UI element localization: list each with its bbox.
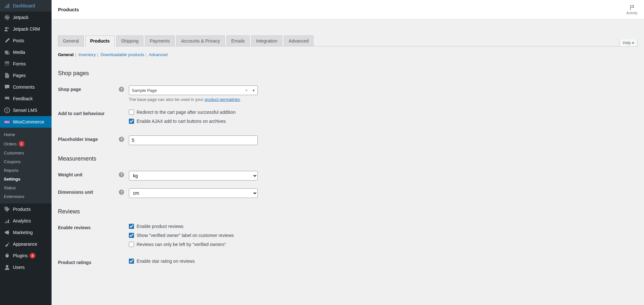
page-title: Products xyxy=(58,7,79,12)
label-weight: Weight unit xyxy=(58,172,82,177)
sidebar-item-label: Pages xyxy=(13,73,26,78)
help-icon[interactable]: ? xyxy=(119,137,124,142)
submenu-customers[interactable]: Customers xyxy=(0,149,52,157)
sidebar-item-sensei[interactable]: SSensei LMS xyxy=(0,104,52,116)
svg-text:S: S xyxy=(6,109,8,112)
sidebar-item-comments[interactable]: Comments xyxy=(0,81,52,93)
sidebar-item-label: Users xyxy=(13,265,25,270)
svg-rect-5 xyxy=(5,65,9,66)
sidebar-item-feedback[interactable]: Feedback xyxy=(0,93,52,104)
tab-products[interactable]: Products xyxy=(85,35,115,46)
admin-sidebar: Dashboard Jetpack Jetpack CRM Posts Medi… xyxy=(0,0,52,305)
checkbox-label: Enable AJAX add to cart buttons on archi… xyxy=(137,119,226,124)
woocommerce-icon: Woo xyxy=(4,119,10,125)
orders-badge: 1 xyxy=(19,141,24,147)
tab-general[interactable]: General xyxy=(58,35,84,46)
star-rating-checkbox[interactable] xyxy=(129,259,134,264)
tab-shipping[interactable]: Shipping xyxy=(116,35,144,46)
main-content: Products Activity Help▾ General Products… xyxy=(52,0,644,305)
verified-owner-checkbox[interactable] xyxy=(129,233,134,238)
weight-select[interactable]: kg xyxy=(129,171,258,181)
help-icon[interactable]: ? xyxy=(119,87,124,92)
help-icon[interactable]: ? xyxy=(119,172,124,177)
sidebar-item-users[interactable]: Users xyxy=(0,261,52,273)
chevron-down-icon: ▾ xyxy=(632,41,634,45)
tab-integration[interactable]: Integration xyxy=(251,35,282,46)
only-verified-checkbox[interactable] xyxy=(129,242,134,247)
svg-rect-4 xyxy=(5,63,9,64)
dashboard-icon xyxy=(4,3,10,9)
section-reviews: Reviews xyxy=(58,208,638,215)
help-tab[interactable]: Help▾ xyxy=(619,39,638,47)
checkbox-label: Reviews can only be left by "verified ow… xyxy=(137,242,226,247)
shop-page-select[interactable]: Sample Page × ▾ xyxy=(129,85,258,95)
shop-page-hint: The base page can also be used in your p… xyxy=(129,97,258,102)
subtab-inventory[interactable]: Inventory xyxy=(78,52,95,57)
sidebar-item-media[interactable]: Media xyxy=(0,46,52,58)
sidebar-item-analytics[interactable]: Analytics xyxy=(0,215,52,227)
svg-point-2 xyxy=(7,27,9,29)
activity-button[interactable]: Activity xyxy=(626,5,638,15)
clear-icon[interactable]: × xyxy=(245,88,248,93)
sensei-icon: S xyxy=(4,107,10,113)
help-icon[interactable]: ? xyxy=(119,190,124,195)
sidebar-item-label: Sensei LMS xyxy=(13,108,37,113)
submenu-settings[interactable]: Settings xyxy=(0,175,52,183)
sidebar-item-label: Analytics xyxy=(13,218,31,223)
posts-icon xyxy=(4,37,10,44)
label-enable-reviews: Enable reviews xyxy=(58,225,91,230)
dimensions-select[interactable]: cm xyxy=(129,188,258,198)
permalinks-link[interactable]: product permalinks xyxy=(205,97,240,102)
sidebar-item-jetpack[interactable]: Jetpack xyxy=(0,12,52,23)
forms-icon xyxy=(4,61,10,67)
appearance-icon xyxy=(4,241,10,247)
tab-payments[interactable]: Payments xyxy=(145,35,175,46)
tab-emails[interactable]: Emails xyxy=(226,35,250,46)
submenu-coupons[interactable]: Coupons xyxy=(0,157,52,166)
activity-label: Activity xyxy=(626,11,638,15)
label-placeholder: Placeholder image xyxy=(58,137,98,142)
sidebar-item-label: Appearance xyxy=(13,241,37,247)
tab-advanced[interactable]: Advanced xyxy=(284,35,313,46)
sidebar-item-label: Posts xyxy=(13,38,24,43)
svg-rect-3 xyxy=(5,62,9,63)
sidebar-item-plugins[interactable]: Plugins4 xyxy=(0,250,52,261)
submenu-label: Orders xyxy=(4,142,17,146)
topbar: Products Activity xyxy=(52,0,644,19)
sidebar-item-label: Forms xyxy=(13,61,26,66)
subtab-downloadable[interactable]: Downloadable products xyxy=(101,52,144,57)
woocommerce-submenu: Home Orders1 Customers Coupons Reports S… xyxy=(0,128,52,203)
sidebar-item-posts[interactable]: Posts xyxy=(0,35,52,46)
redirect-checkbox[interactable] xyxy=(129,110,134,115)
label-dimensions: Dimensions unit xyxy=(58,190,93,195)
ajax-checkbox[interactable] xyxy=(129,119,134,124)
sidebar-item-pages[interactable]: Pages xyxy=(0,70,52,81)
sidebar-item-appearance[interactable]: Appearance xyxy=(0,238,52,250)
checkbox-label: Redirect to the cart page after successf… xyxy=(137,110,235,115)
crm-icon xyxy=(4,26,10,32)
plugins-icon xyxy=(4,252,10,259)
submenu-orders[interactable]: Orders1 xyxy=(0,139,52,149)
enable-reviews-checkbox[interactable] xyxy=(129,224,134,229)
submenu-extensions[interactable]: Extensions xyxy=(0,192,52,201)
products-icon xyxy=(4,206,10,212)
sidebar-item-jetpack-crm[interactable]: Jetpack CRM xyxy=(0,23,52,35)
submenu-home[interactable]: Home xyxy=(0,130,52,139)
submenu-reports[interactable]: Reports xyxy=(0,166,52,175)
sidebar-item-dashboard[interactable]: Dashboard xyxy=(0,0,52,12)
sidebar-item-products[interactable]: Products xyxy=(0,203,52,215)
submenu-status[interactable]: Status xyxy=(0,183,52,192)
label-ratings: Product ratings xyxy=(58,260,91,265)
sidebar-item-label: Jetpack CRM xyxy=(13,26,40,32)
subtab-general[interactable]: General xyxy=(58,52,73,57)
settings-tabs: General Products Shipping Payments Accou… xyxy=(58,35,638,46)
svg-point-1 xyxy=(5,27,7,29)
checkbox-label: Enable star rating on reviews xyxy=(137,259,195,264)
subtab-advanced[interactable]: Advanced xyxy=(149,52,168,57)
sidebar-item-forms[interactable]: Forms xyxy=(0,58,52,70)
placeholder-input[interactable] xyxy=(129,135,258,145)
sidebar-item-marketing[interactable]: Marketing xyxy=(0,227,52,238)
tab-accounts[interactable]: Accounts & Privacy xyxy=(176,35,225,46)
svg-point-0 xyxy=(4,15,10,20)
sidebar-item-woocommerce[interactable]: WooWooCommerce xyxy=(0,116,52,128)
